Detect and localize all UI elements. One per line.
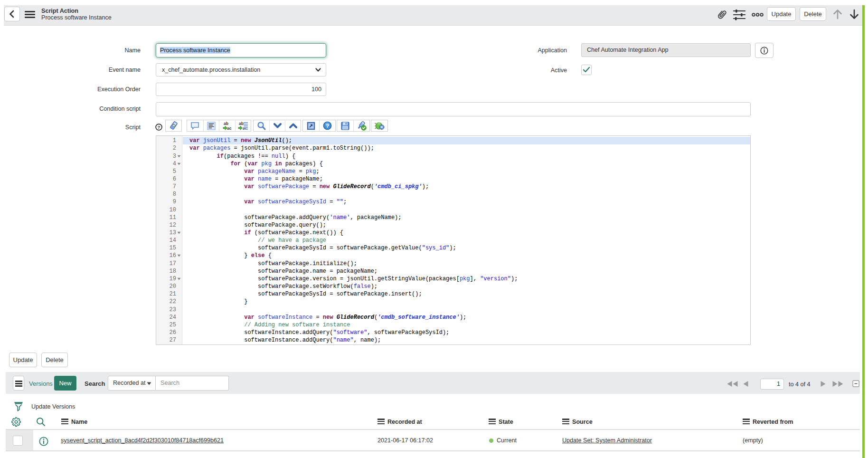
svg-text:ac: ac [227,126,232,131]
svg-text:ac: ac [243,126,247,131]
svg-text:ab: ab [239,121,244,126]
svg-text:ab: ab [224,121,228,126]
svg-text:?: ? [326,123,329,129]
svg-text:?: ? [158,124,160,130]
